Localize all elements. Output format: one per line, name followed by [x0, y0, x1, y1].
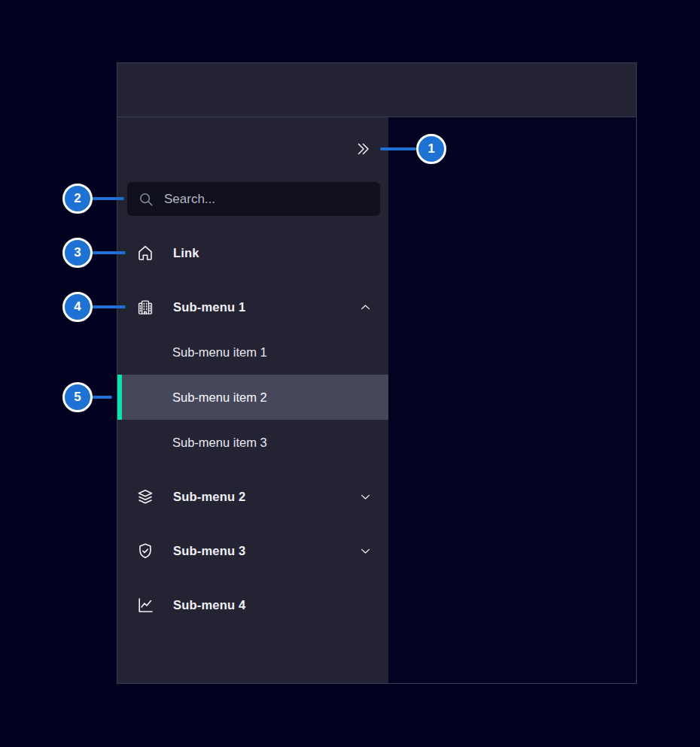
chevron-up-icon [359, 301, 372, 314]
double-chevron-right-icon [354, 140, 372, 158]
callout-line-4 [91, 305, 126, 308]
sidebar-item-label: Sub-menu 4 [173, 598, 245, 612]
sub-item-label: Sub-menu item 1 [172, 345, 267, 360]
sidebar-item-submenu-4[interactable]: Sub-menu 4 [117, 587, 388, 623]
sidebar-collapse-button[interactable] [351, 137, 375, 161]
buildings-icon [136, 298, 154, 316]
sub-menu-item-3[interactable]: Sub-menu item 3 [117, 420, 388, 465]
callout-line-5 [91, 396, 112, 399]
search-icon [138, 191, 154, 208]
sub-item-label: Sub-menu item 2 [172, 390, 267, 405]
sidebar: Link Sub-menu 1 [117, 117, 388, 683]
sidebar-item-label: Sub-menu 1 [173, 300, 245, 314]
home-icon [136, 244, 154, 262]
sidebar-item-label: Sub-menu 3 [173, 544, 245, 558]
chevron-down-icon [359, 545, 372, 557]
callout-line-1 [380, 147, 416, 150]
sub-item-label: Sub-menu item 3 [172, 436, 267, 450]
layers-icon [136, 487, 154, 506]
sidebar-item-label: Link [173, 246, 199, 260]
sidebar-item-label: Sub-menu 2 [173, 490, 245, 504]
callout-badge-4: 4 [62, 292, 93, 322]
sidebar-item-submenu-2[interactable]: Sub-menu 2 [117, 478, 388, 515]
search-box[interactable] [127, 182, 380, 216]
callout-badge-2: 2 [62, 184, 93, 214]
chevron-down-icon [359, 490, 372, 503]
app-header [117, 63, 636, 117]
callout-badge-1: 1 [416, 134, 446, 164]
sidebar-collapse-row [117, 117, 388, 181]
app-body: Link Sub-menu 1 [117, 117, 636, 683]
sub-menu-item-2-selected[interactable]: Sub-menu item 2 [117, 375, 388, 420]
sidebar-nav: Link Sub-menu 1 [117, 216, 388, 623]
shield-check-icon [136, 542, 154, 560]
callout-line-3 [91, 251, 126, 254]
line-chart-icon [136, 596, 154, 614]
search-input[interactable] [164, 192, 380, 207]
sidebar-item-link[interactable]: Link [117, 235, 388, 271]
callout-line-2 [91, 197, 124, 200]
callout-badge-3: 3 [62, 238, 93, 268]
main-content [388, 117, 636, 683]
page-background: { "panel": { "header_bg": "#242334", "bo… [0, 0, 700, 747]
sub-menu-item-1[interactable]: Sub-menu item 1 [117, 329, 388, 375]
sidebar-item-submenu-1[interactable]: Sub-menu 1 [117, 289, 388, 325]
app-window: Link Sub-menu 1 [117, 62, 637, 684]
callout-badge-5: 5 [62, 382, 93, 412]
sidebar-item-submenu-3[interactable]: Sub-menu 3 [117, 533, 388, 569]
submenu-1-children: Sub-menu item 1 Sub-menu item 2 Sub-menu… [117, 329, 388, 465]
